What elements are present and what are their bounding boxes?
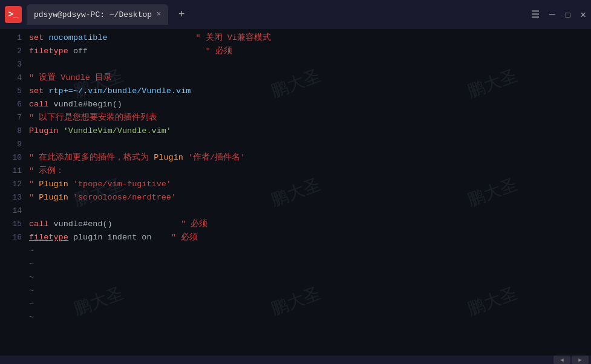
line-number: 3 bbox=[5, 58, 22, 71]
table-row: 9 bbox=[0, 138, 591, 151]
line-number: 6 bbox=[5, 98, 22, 111]
table-row: ~ bbox=[0, 311, 591, 324]
line-content: filetype plugin indent on " 必须 bbox=[29, 231, 586, 244]
minimize-button[interactable]: — bbox=[549, 9, 555, 20]
line-content: ~ bbox=[29, 297, 586, 311]
table-row: 13 " Plugin 'scrooloose/nerdtree' bbox=[0, 191, 591, 204]
line-number: 15 bbox=[5, 218, 22, 231]
line-content: Plugin 'VundleVim/Vundle.vim' bbox=[29, 125, 586, 138]
scroll-left-button[interactable]: ◀ bbox=[553, 356, 570, 364]
table-row: 11 " 示例： bbox=[0, 164, 591, 178]
code-area: 1 set nocompatible " 关闭 Vi兼容模式 2 filetyp… bbox=[0, 31, 591, 324]
tab-close-button[interactable]: × bbox=[157, 10, 161, 19]
line-content: filetype off " 必须 bbox=[29, 45, 586, 58]
table-row: 10 " 在此添加更多的插件，格式为 Plugin '作者/插件名' bbox=[0, 151, 591, 164]
line-number: 14 bbox=[5, 204, 22, 218]
window-controls: ☰ — ☐ ✕ bbox=[531, 8, 586, 21]
line-content: " Plugin 'scrooloose/nerdtree' bbox=[29, 191, 586, 204]
line-number: 12 bbox=[5, 178, 22, 191]
line-content: set nocompatible " 关闭 Vi兼容模式 bbox=[29, 31, 586, 45]
tab-title: pdsyw@pdsyw-PC: ~/Desktop bbox=[34, 10, 152, 19]
table-row: ~ bbox=[0, 244, 591, 258]
scroll-right-button[interactable]: ▶ bbox=[572, 356, 589, 364]
line-content: " 以下行是您想要安装的插件列表 bbox=[29, 111, 586, 125]
line-content: call vundle#end() " 必须 bbox=[29, 218, 586, 231]
editor-area: 鹏大圣 鹏大圣 鹏大圣 鹏大圣 鹏大圣 鹏大圣 鹏大圣 鹏大圣 鹏大圣 1 se… bbox=[0, 29, 591, 356]
terminal-icon: >_ bbox=[5, 6, 22, 23]
table-row: 16 filetype plugin indent on " 必须 bbox=[0, 231, 591, 244]
active-tab[interactable]: pdsyw@pdsyw-PC: ~/Desktop × bbox=[27, 4, 168, 25]
table-row: ~ bbox=[0, 284, 591, 297]
table-row: 15 call vundle#end() " 必须 bbox=[0, 218, 591, 231]
line-content: ~ bbox=[29, 284, 586, 297]
line-content: call vundle#begin() bbox=[29, 98, 586, 111]
line-number: 2 bbox=[5, 45, 22, 58]
line-content: " 在此添加更多的插件，格式为 Plugin '作者/插件名' bbox=[29, 151, 586, 164]
table-row: 5 set rtp+=~/.vim/bundle/Vundle.vim bbox=[0, 85, 591, 98]
line-content: ~ bbox=[29, 258, 586, 271]
line-content: " Plugin 'tpope/vim-fugitive' bbox=[29, 178, 586, 191]
line-number: 13 bbox=[5, 191, 22, 204]
table-row: 6 call vundle#begin() bbox=[0, 98, 591, 111]
close-button[interactable]: ✕ bbox=[580, 8, 586, 21]
line-number: 5 bbox=[5, 85, 22, 98]
table-row: 3 bbox=[0, 58, 591, 71]
table-row: ~ bbox=[0, 258, 591, 271]
line-content: ~ bbox=[29, 271, 586, 284]
line-content: ~ bbox=[29, 311, 586, 324]
table-row: 7 " 以下行是您想要安装的插件列表 bbox=[0, 111, 591, 125]
line-number: 11 bbox=[5, 164, 22, 178]
table-row: 8 Plugin 'VundleVim/Vundle.vim' bbox=[0, 125, 591, 138]
line-number: 16 bbox=[5, 231, 22, 244]
line-number: 9 bbox=[5, 138, 22, 151]
maximize-button[interactable]: ☐ bbox=[565, 8, 571, 21]
line-number: 7 bbox=[5, 111, 22, 125]
table-row: 14 bbox=[0, 204, 591, 218]
table-row: ~ bbox=[0, 297, 591, 311]
table-row: 12 " Plugin 'tpope/vim-fugitive' bbox=[0, 178, 591, 191]
line-number: 8 bbox=[5, 125, 22, 138]
table-row: ~ bbox=[0, 271, 591, 284]
table-row: 1 set nocompatible " 关闭 Vi兼容模式 bbox=[0, 31, 591, 45]
menu-button[interactable]: ☰ bbox=[531, 8, 540, 21]
line-number: 10 bbox=[5, 151, 22, 164]
line-content: " 设置 Vundle 目录 bbox=[29, 71, 586, 85]
line-content: " 示例： bbox=[29, 164, 586, 178]
line-number: 1 bbox=[5, 31, 22, 45]
titlebar: >_ pdsyw@pdsyw-PC: ~/Desktop × + ☰ — ☐ ✕ bbox=[0, 0, 591, 29]
new-tab-button[interactable]: + bbox=[173, 6, 190, 23]
table-row: 4 " 设置 Vundle 目录 bbox=[0, 71, 591, 85]
line-content: ~ bbox=[29, 244, 586, 258]
line-number: 4 bbox=[5, 71, 22, 85]
terminal-window: >_ pdsyw@pdsyw-PC: ~/Desktop × + ☰ — ☐ ✕… bbox=[0, 0, 591, 364]
table-row: 2 filetype off " 必须 bbox=[0, 45, 591, 58]
bottom-bar: ◀ ▶ bbox=[0, 356, 591, 364]
line-content: set rtp+=~/.vim/bundle/Vundle.vim bbox=[29, 85, 586, 98]
